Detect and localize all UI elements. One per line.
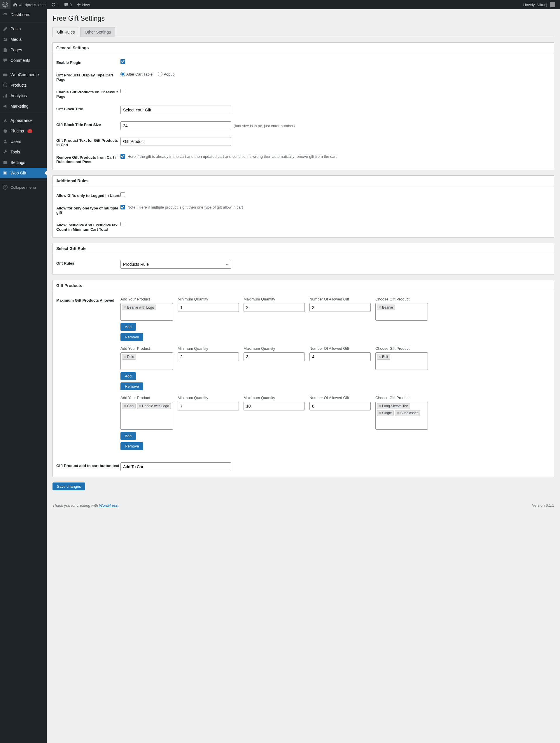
col-label: Add Your Product — [121, 297, 173, 301]
token-remove-icon[interactable]: × — [397, 411, 399, 415]
updates-link[interactable]: 1 — [49, 0, 61, 9]
sidebar-item-appearance[interactable]: Appearance — [0, 115, 47, 126]
sidebar-item-woo-gift[interactable]: Woo Gift — [0, 168, 47, 178]
product-token[interactable]: ×Cap — [122, 403, 136, 409]
token-remove-icon[interactable]: × — [379, 411, 381, 415]
admin-layout: Dashboard Posts Media Pages Comments Woo… — [0, 9, 560, 743]
label-tax-count: Allow Includive And Excludive tax Count … — [56, 222, 121, 232]
woocommerce-icon — [2, 72, 8, 78]
input-min-qty[interactable] — [178, 402, 239, 410]
footer-wp-link[interactable]: WordPress — [99, 503, 118, 508]
input-max-qty[interactable] — [244, 402, 305, 410]
product-token-box[interactable]: ×Polo — [121, 352, 173, 370]
token-remove-icon[interactable]: × — [124, 355, 126, 359]
token-remove-icon[interactable]: × — [379, 305, 381, 309]
select-gift-rules[interactable]: Products Rule — [121, 260, 231, 269]
product-token[interactable]: ×Polo — [122, 354, 136, 360]
sidebar-item-plugins[interactable]: Plugins1 — [0, 126, 47, 136]
input-allowed-gift[interactable] — [309, 303, 371, 312]
input-block-title[interactable] — [121, 105, 231, 114]
control-enable-plugin — [121, 59, 550, 64]
sidebar-item-users[interactable]: Users — [0, 136, 47, 147]
plugin-update-badge: 1 — [28, 129, 33, 133]
product-token-box[interactable]: ×Cap×Hoodie with Logo — [121, 402, 173, 430]
checkbox-tax-count[interactable] — [121, 222, 125, 226]
site-name-link[interactable]: wordpress-latest — [10, 0, 49, 9]
col-label: Number Of Allowed Gift — [309, 396, 371, 400]
sidebar-item-settings[interactable]: Settings — [0, 157, 47, 168]
sidebar-item-dashboard[interactable]: Dashboard — [0, 9, 47, 20]
radio-after-cart[interactable]: After Cart Table — [121, 72, 153, 77]
input-min-qty[interactable] — [178, 303, 239, 312]
token-remove-icon[interactable]: × — [379, 404, 381, 408]
token-remove-icon[interactable]: × — [124, 305, 126, 309]
input-max-qty[interactable] — [244, 352, 305, 361]
control-block-font: (font size is in px, just enter number) — [121, 121, 550, 130]
token-remove-icon[interactable]: × — [379, 355, 381, 359]
input-block-font[interactable] — [121, 121, 231, 130]
gift-token[interactable]: ×Single — [377, 410, 394, 416]
gift-token[interactable]: ×Beanie — [377, 305, 395, 310]
col-label: Minimum Quantity — [178, 297, 239, 301]
sidebar-item-tools[interactable]: Tools — [0, 147, 47, 157]
sidebar-item-comments[interactable]: Comments — [0, 55, 47, 65]
product-rule-row: Add Your Product×Beanie with LogoMinimum… — [121, 297, 550, 320]
input-min-qty[interactable] — [178, 352, 239, 361]
remove-button[interactable]: Remove — [121, 333, 143, 341]
checkbox-remove-gift[interactable] — [121, 154, 125, 159]
product-token[interactable]: ×Hoodie with Logo — [137, 403, 171, 409]
my-account-link[interactable]: Howdy, Nikunj — [521, 0, 558, 9]
sidebar-item-analytics[interactable]: Analytics — [0, 90, 47, 101]
gift-token[interactable]: ×Long Sleeve Tee — [377, 403, 410, 409]
add-button[interactable]: Add — [121, 323, 136, 331]
product-token-box[interactable]: ×Beanie with Logo — [121, 303, 173, 320]
input-allowed-gift[interactable] — [309, 402, 371, 410]
sidebar-item-media[interactable]: Media — [0, 34, 47, 45]
token-remove-icon[interactable]: × — [139, 404, 141, 408]
checkbox-logged-in[interactable] — [121, 192, 125, 197]
col-max-qty: Maximum Quantity — [244, 297, 305, 312]
sidebar-item-label: Comments — [10, 58, 30, 63]
comments-link[interactable]: 0 — [61, 0, 74, 9]
label-gift-rules: Gift Rules — [56, 260, 121, 265]
checkbox-enable-checkout[interactable] — [121, 89, 125, 93]
svg-rect-2 — [3, 74, 7, 76]
checkbox-one-type[interactable] — [121, 205, 125, 210]
tab-other-settings[interactable]: Other Settings — [80, 27, 115, 37]
gift-token-box[interactable]: ×Long Sleeve Tee×Single×Sunglasses — [375, 402, 428, 430]
wp-logo[interactable] — [0, 0, 10, 9]
home-icon — [13, 2, 17, 7]
add-button[interactable]: Add — [121, 432, 136, 440]
sidebar-item-pages[interactable]: Pages — [0, 45, 47, 55]
radio-after-cart-input[interactable] — [121, 72, 125, 77]
input-add-to-cart-text[interactable] — [121, 463, 231, 471]
sidebar-collapse[interactable]: Collapse menu — [0, 182, 47, 192]
checkbox-enable-plugin[interactable] — [121, 59, 125, 64]
gift-token-box[interactable]: ×Beanie — [375, 303, 428, 320]
sidebar-item-marketing[interactable]: Marketing — [0, 101, 47, 112]
tab-gift-rules[interactable]: Gift Rules — [52, 27, 79, 37]
remove-button[interactable]: Remove — [121, 383, 143, 390]
product-token[interactable]: ×Beanie with Logo — [122, 305, 156, 310]
remove-button[interactable]: Remove — [121, 442, 143, 450]
new-link[interactable]: New — [74, 0, 92, 9]
gift-token[interactable]: ×Belt — [377, 354, 390, 360]
gift-token-box[interactable]: ×Belt — [375, 352, 428, 370]
input-allowed-gift[interactable] — [309, 352, 371, 361]
sidebar-item-posts[interactable]: Posts — [0, 24, 47, 34]
radio-popup-input[interactable] — [158, 72, 163, 77]
token-remove-icon[interactable]: × — [124, 404, 126, 408]
save-button[interactable]: Save changes — [52, 482, 85, 490]
input-product-text[interactable] — [121, 137, 231, 146]
admin-bar: wordpress-latest 1 0 New Howdy, Nikunj — [0, 0, 560, 9]
sidebar-item-products[interactable]: Products — [0, 80, 47, 90]
comment-icon — [64, 2, 69, 7]
label-display-type: Gift Products Display Type Cart Page — [56, 72, 121, 82]
input-max-qty[interactable] — [244, 303, 305, 312]
add-button[interactable]: Add — [121, 372, 136, 380]
radio-popup[interactable]: Popup — [158, 72, 175, 77]
col-add-product: Add Your Product×Cap×Hoodie with Logo — [121, 396, 173, 430]
sidebar-item-woocommerce[interactable]: WooCommerce — [0, 70, 47, 80]
product-rule-row: Add Your Product×Cap×Hoodie with LogoMin… — [121, 396, 550, 430]
gift-token[interactable]: ×Sunglasses — [395, 410, 420, 416]
